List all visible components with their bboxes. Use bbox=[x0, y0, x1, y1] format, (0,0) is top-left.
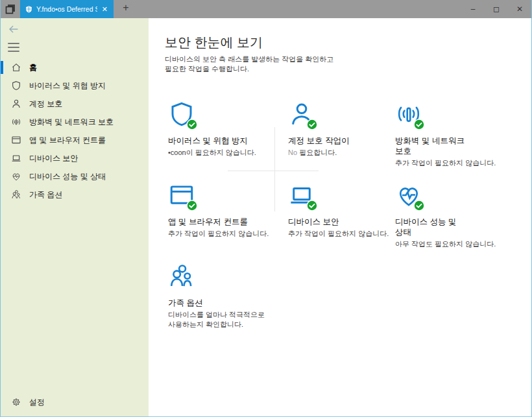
gear-icon bbox=[11, 397, 21, 407]
tile-title: 앱 및 브라우저 컨트롤 bbox=[168, 217, 282, 227]
tile-description: 아무 작업도 필요하지 않습니다. bbox=[395, 239, 509, 249]
close-button[interactable]: ✕ bbox=[508, 0, 531, 18]
tile-title: 디바이스 성능 및상태 bbox=[395, 217, 509, 237]
tile-description: •coon이 필요하지 않습니다. bbox=[168, 148, 282, 158]
laptop-icon bbox=[288, 182, 318, 212]
tile-description: 추가 작업이 필요하지 않습니다. bbox=[395, 158, 509, 168]
main-content: 보안 한눈에 보기 디바이스의 보안 측 래스를 발생하는 작업을 확인하고 필… bbox=[149, 18, 531, 416]
sidebar-item-device-security[interactable]: 디바이스 보안 bbox=[1, 149, 149, 167]
hamburger-menu-icon[interactable] bbox=[8, 43, 19, 52]
selected-accent-bar bbox=[1, 115, 3, 128]
sidebar-item-account-protection[interactable]: 계정 보호 bbox=[1, 95, 149, 113]
selected-accent-bar bbox=[1, 97, 3, 110]
windows-security-window: Y.fndo•os Deferred Sec ✕ + – ◻ ✕ 홈바이러스 및… bbox=[0, 0, 532, 417]
home-icon bbox=[11, 62, 21, 73]
sidebar-item-family-options[interactable]: 가족 옵션 bbox=[1, 185, 149, 204]
sidebar-item-label: 설정 bbox=[29, 397, 45, 408]
minimize-button[interactable]: – bbox=[461, 0, 485, 18]
network-icon bbox=[11, 117, 21, 127]
tile-virus-threat[interactable]: 바이러스 및 위협 방지•coon이 필요하지 않습니다. bbox=[168, 101, 282, 158]
title-bar: Y.fndo•os Deferred Sec ✕ + – ◻ ✕ bbox=[1, 0, 531, 18]
maximize-button[interactable]: ◻ bbox=[485, 0, 508, 18]
browser-icon bbox=[11, 135, 21, 145]
tab-title: Y.fndo•os Deferred Sec bbox=[36, 5, 97, 13]
selected-accent-bar bbox=[1, 79, 3, 92]
tile-description: 디바이스를 얼마나 적극적으로사용하는지 확인합니다. bbox=[168, 310, 282, 329]
shield-icon bbox=[11, 80, 21, 91]
green-check-icon bbox=[306, 200, 318, 211]
green-check-icon bbox=[413, 200, 425, 211]
sidebar: 홈바이러스 및 위협 방지계정 보호방화벽 및 네트워크 보호앱 및 브라우저 … bbox=[1, 18, 149, 416]
tile-account-protection[interactable]: 계정 보호 작업이No 필요합니다. bbox=[288, 101, 402, 158]
page-subtitle: 디바이스의 보안 측 래스를 발생하는 작업을 확인하고 필요한 작업을 수행합… bbox=[165, 54, 333, 74]
page-subtitle-line1: 디바이스의 보안 측 래스를 발생하는 작업을 확인하고 bbox=[165, 54, 333, 64]
person-icon bbox=[11, 99, 21, 109]
tile-title: 방화벽 및 네트워크보호 bbox=[395, 136, 509, 156]
page-title: 보안 한눈에 보기 bbox=[165, 34, 263, 51]
laptop-icon bbox=[11, 153, 21, 163]
sidebar-item-device-health[interactable]: 디바이스 성능 및 상태 bbox=[1, 167, 149, 185]
health-icon bbox=[11, 171, 21, 182]
selected-accent-bar bbox=[1, 170, 3, 183]
tile-device-security[interactable]: 디바이스 보안추가 작업이 필요하지 않습니다. bbox=[288, 182, 402, 239]
selected-accent-bar bbox=[1, 188, 3, 201]
tile-description: 추가 작업이 필요하지 않습니다. bbox=[288, 229, 402, 239]
sidebar-item-label: 홈 bbox=[29, 62, 37, 73]
family-icon bbox=[11, 189, 21, 200]
health-icon bbox=[395, 182, 425, 212]
tile-title: 계정 보호 작업이 bbox=[288, 136, 402, 146]
sidebar-item-label: 앱 및 브라우저 컨트롤 bbox=[29, 135, 106, 146]
tile-title: 바이러스 및 위협 방지 bbox=[168, 136, 282, 146]
green-check-icon bbox=[413, 119, 425, 130]
green-check-icon bbox=[306, 119, 318, 130]
browser-icon bbox=[168, 182, 198, 212]
sidebar-item-label: 디바이스 보안 bbox=[29, 153, 78, 164]
new-tab-button[interactable]: + bbox=[119, 2, 133, 14]
crosshair-horizontal-line bbox=[228, 171, 319, 171]
selected-accent-bar bbox=[1, 134, 3, 147]
tile-title: 가족 옵션 bbox=[168, 298, 282, 308]
shield-icon bbox=[168, 101, 198, 131]
window-controls: – ◻ ✕ bbox=[461, 0, 531, 18]
tile-device-health[interactable]: 디바이스 성능 및상태아무 작업도 필요하지 않습니다. bbox=[395, 182, 509, 249]
green-check-icon bbox=[186, 200, 198, 211]
tile-app-browser[interactable]: 앱 및 브라우저 컨트롤추가 작업이 필요하지 않습니다. bbox=[168, 182, 282, 239]
person-icon bbox=[288, 101, 318, 131]
selected-accent-bar bbox=[1, 61, 3, 74]
sidebar-item-settings[interactable]: 설정 bbox=[1, 393, 149, 411]
tile-description: 추가 작업이 필요하지 않습니다. bbox=[168, 229, 282, 239]
selected-accent-bar bbox=[1, 152, 3, 165]
sidebar-item-firewall-network[interactable]: 방화벽 및 네트워크 보호 bbox=[1, 113, 149, 131]
sidebar-item-label: 계정 보호 bbox=[29, 99, 62, 110]
tile-title: 디바이스 보안 bbox=[288, 217, 402, 227]
tab-close-icon[interactable]: ✕ bbox=[101, 5, 109, 14]
sidebar-item-label: 디바이스 성능 및 상태 bbox=[29, 171, 106, 182]
family-icon bbox=[168, 263, 198, 293]
sidebar-nav: 홈바이러스 및 위협 방지계정 보호방화벽 및 네트워크 보호앱 및 브라우저 … bbox=[1, 58, 149, 204]
browser-tab[interactable]: Y.fndo•os Deferred Sec ✕ bbox=[20, 0, 114, 18]
tile-family-options[interactable]: 가족 옵션디바이스를 얼마나 적극적으로사용하는지 확인합니다. bbox=[168, 263, 282, 329]
back-button[interactable] bbox=[6, 22, 21, 36]
muted-status-prefix: No bbox=[288, 149, 297, 156]
tab-switcher-icon[interactable] bbox=[4, 3, 17, 16]
sidebar-item-virus-threat[interactable]: 바이러스 및 위협 방지 bbox=[1, 77, 149, 95]
security-shield-icon bbox=[25, 5, 33, 14]
tile-description: No 필요합니다. bbox=[288, 148, 402, 158]
network-icon bbox=[395, 101, 425, 131]
page-subtitle-line2: 필요한 작업을 수행합니다. bbox=[165, 64, 333, 74]
green-check-icon bbox=[186, 119, 198, 130]
sidebar-item-label: 바이러스 및 위협 방지 bbox=[29, 80, 106, 91]
sidebar-item-label: 방화벽 및 네트워크 보호 bbox=[29, 117, 114, 128]
sidebar-item-app-browser[interactable]: 앱 및 브라우저 컨트롤 bbox=[1, 131, 149, 149]
sidebar-item-label: 가족 옵션 bbox=[29, 189, 62, 200]
tile-firewall-network[interactable]: 방화벽 및 네트워크보호추가 작업이 필요하지 않습니다. bbox=[395, 101, 509, 168]
sidebar-item-home[interactable]: 홈 bbox=[1, 58, 149, 77]
